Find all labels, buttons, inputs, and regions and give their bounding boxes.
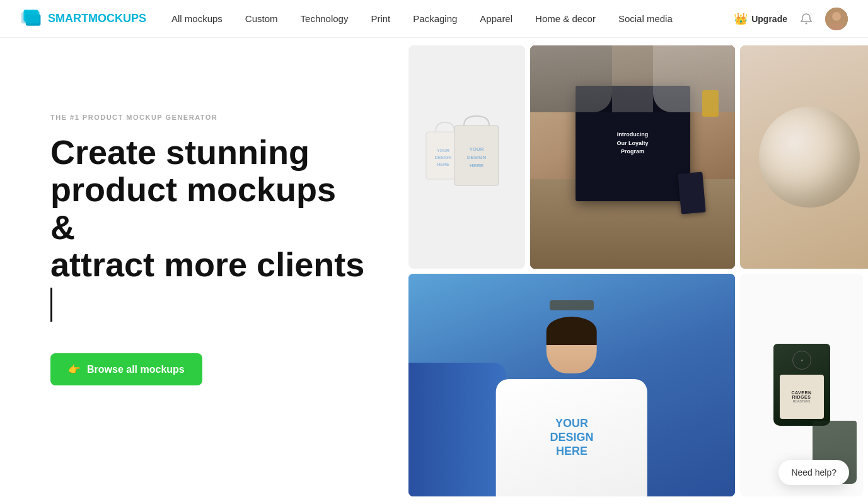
svg-rect-3 <box>25 11 39 23</box>
hero-title: Create stunning product mockups & attrac… <box>50 134 366 322</box>
svg-text:YOUR: YOUR <box>469 146 483 152</box>
nav-right: 👑 Upgrade <box>734 8 848 30</box>
svg-point-4 <box>806 22 807 24</box>
logo-text: SMARTMOCKUPS <box>48 12 146 25</box>
text-cursor <box>50 288 52 322</box>
nav-home-decor[interactable]: Home & decor <box>535 13 596 24</box>
mockup-partial-right-top[interactable] <box>740 45 868 269</box>
nav-packaging[interactable]: Packaging <box>413 13 457 24</box>
browse-icon: 👉 <box>68 363 81 375</box>
svg-point-6 <box>832 12 841 21</box>
svg-text:DESIGN: DESIGN <box>434 155 451 160</box>
coffee-logo: ★ <box>792 351 811 370</box>
hero-subtitle: THE #1 PRODUCT MOCKUP GENERATOR <box>50 114 366 121</box>
nav-links: All mockups Custom Technology Print Pack… <box>171 13 734 24</box>
mockup-tshirt-tile[interactable]: YOURDESIGNHERE <box>408 274 735 497</box>
logo-link[interactable]: SMARTMOCKUPS <box>20 8 146 30</box>
nav-social-media[interactable]: Social media <box>618 13 673 24</box>
bell-icon <box>800 13 813 25</box>
nav-custom[interactable]: Custom <box>245 13 278 24</box>
hero-title-line1: Create stunning <box>50 133 310 171</box>
svg-text:HERE: HERE <box>469 163 483 168</box>
navbar: SMARTMOCKUPS All mockups Custom Technolo… <box>0 0 868 38</box>
coffee-brand-text: CAVERNRIDGES <box>791 390 811 399</box>
bags-svg: YOUR DESIGN HERE YOUR DESIGN HERE <box>420 113 514 201</box>
avatar-image <box>825 8 848 30</box>
hero-section: THE #1 PRODUCT MOCKUP GENERATOR Create s… <box>0 38 868 504</box>
svg-text:DESIGN: DESIGN <box>466 155 486 160</box>
partial-top-scene <box>740 45 868 269</box>
coffee-bag: ★ CAVERNRIDGES ROASTERS <box>773 344 830 426</box>
need-help-label: Need help? <box>791 467 836 478</box>
notification-bell[interactable] <box>797 10 815 28</box>
svg-text:YOUR: YOUR <box>436 148 449 153</box>
coffee-label: CAVERNRIDGES ROASTERS <box>780 375 824 419</box>
nav-apparel[interactable]: Apparel <box>480 13 512 24</box>
upgrade-button[interactable]: 👑 Upgrade <box>734 12 787 26</box>
upgrade-label: Upgrade <box>751 14 787 24</box>
laptop-screen-text: IntroducingOur LoyaltyProgram <box>616 131 648 156</box>
hero-title-line2: product mockups & <box>50 170 336 245</box>
mockup-laptop-tile[interactable]: IntroducingOur LoyaltyProgram <box>530 45 735 269</box>
browse-label: Browse all mockups <box>87 364 185 375</box>
need-help-bubble[interactable]: Need help? <box>778 460 849 485</box>
crown-icon: 👑 <box>734 12 748 26</box>
nav-technology[interactable]: Technology <box>301 13 349 24</box>
nav-all-mockups[interactable]: All mockups <box>171 13 223 24</box>
hero-title-line3: attract more clients <box>50 245 364 283</box>
user-avatar[interactable] <box>825 8 848 30</box>
logo-icon <box>20 8 43 30</box>
hero-content: THE #1 PRODUCT MOCKUP GENERATOR Create s… <box>0 38 403 504</box>
svg-text:HERE: HERE <box>437 162 449 167</box>
nav-print[interactable]: Print <box>371 13 390 24</box>
browse-all-button[interactable]: 👉 Browse all mockups <box>50 353 202 385</box>
bags-scene: YOUR DESIGN HERE YOUR DESIGN HERE <box>408 45 525 269</box>
mockup-bags-tile[interactable]: YOUR DESIGN HERE YOUR DESIGN HERE <box>408 45 525 269</box>
coffee-sub-text: ROASTERS <box>793 399 811 403</box>
hero-mockups: YOUR DESIGN HERE YOUR DESIGN HERE <box>403 38 868 504</box>
tshirt-scene: YOURDESIGNHERE <box>408 274 735 497</box>
mockup-grid: YOUR DESIGN HERE YOUR DESIGN HERE <box>403 38 868 504</box>
laptop-scene: IntroducingOur LoyaltyProgram <box>530 45 735 269</box>
